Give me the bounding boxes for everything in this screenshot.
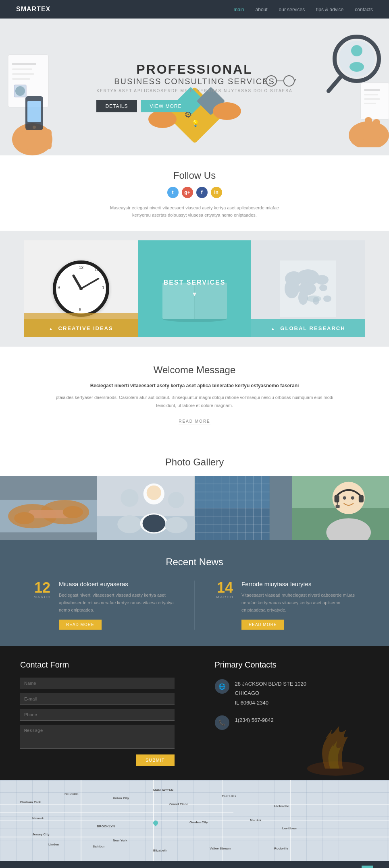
svg-point-40 (33, 126, 36, 129)
svg-point-73 (143, 515, 165, 532)
nav-about[interactable]: about (256, 7, 268, 12)
news-day-1: 12 (32, 581, 52, 595)
contact-name-input[interactable] (20, 678, 175, 689)
clock-center-dot (79, 287, 83, 290)
gallery-team[interactable] (97, 476, 194, 540)
gallery-handshake[interactable] (0, 476, 97, 540)
headset-image (292, 476, 389, 540)
svg-point-55 (323, 296, 331, 302)
map-road-v4 (290, 780, 291, 861)
svg-rect-101 (335, 505, 339, 508)
news-section: Recent News 12 MARCH Miuasa doloert euya… (0, 540, 389, 646)
svg-point-63 (63, 506, 83, 518)
svg-rect-3 (12, 73, 34, 75)
svg-point-13 (339, 41, 375, 77)
services-section: 12 1 6 9 11 ▲ CREATIVE IDEAS BEST (0, 231, 389, 347)
contact-section: Contact Form SUBMIT Primary Contacts 🌐 2… (0, 646, 389, 780)
map-label-3: Union City (113, 796, 129, 800)
social-icons: t g+ f in (8, 187, 381, 198)
svg-point-103 (351, 496, 354, 500)
details-button[interactable]: DETAILS (96, 100, 137, 112)
nav-tips[interactable]: tips & advice (316, 7, 343, 12)
follow-us-body: Maseaystr eciegast niverti vitaeesaert v… (102, 205, 287, 219)
global-research-panel[interactable]: ▲ GLOBAL RESEARCH (251, 240, 365, 337)
navbar: SMARTEX main about our services tips & a… (0, 0, 389, 19)
contact-phone: 1(234) 567-9842 (235, 715, 274, 725)
svg-point-66 (121, 489, 139, 507)
gallery-strip (0, 476, 389, 540)
clock-minute-hand (81, 277, 100, 289)
svg-rect-25 (373, 119, 380, 139)
news-month-2: MARCH (215, 595, 235, 599)
map-label-brooklyn: BROOKLYN (97, 825, 115, 828)
news-date-2: 14 MARCH (215, 581, 235, 630)
hero-left-deco (0, 43, 81, 155)
gallery-section: Photo Gallery (0, 442, 389, 540)
news-read-more-2[interactable]: READ MORE (241, 620, 284, 630)
welcome-section: Welcome Message Beciegast niverti vitaee… (0, 347, 389, 442)
news-read-more-1[interactable]: READ MORE (59, 620, 102, 630)
news-item-2: 14 MARCH Ferrode miuytasa leurytes Vitae… (215, 581, 357, 630)
news-divider (194, 581, 195, 630)
map-road-h3 (0, 837, 389, 837)
map-label-12: Sahibur (93, 845, 105, 848)
welcome-body: ptaiaides kertyaser daersraods. Casroler… (48, 394, 341, 410)
map-background[interactable]: Florham Park Belleville Union City MANHA… (0, 780, 389, 861)
brand-logo[interactable]: SMARTEX (16, 6, 50, 13)
book-illustration (158, 275, 231, 323)
svg-rect-23 (357, 123, 364, 141)
nav-main[interactable]: main (234, 7, 244, 12)
contact-form-area: Contact Form SUBMIT (0, 646, 195, 780)
contact-email-input[interactable] (20, 693, 175, 705)
follow-us-section: Follow Us t g+ f in Maseaystr eciegast n… (0, 155, 389, 231)
nav-contacts[interactable]: contacts (355, 7, 373, 12)
follow-us-heading: Follow Us (8, 170, 381, 181)
map-label-9: Merrick (250, 818, 261, 822)
footer: SMARTEX © 2015 PRIVACY POLICY main about… (0, 861, 389, 868)
map-label-elizabeth: Elizabeth (153, 849, 167, 852)
contact-message-input[interactable] (20, 725, 175, 749)
google-icon[interactable]: g+ (182, 187, 193, 198)
svg-point-31 (148, 110, 177, 128)
twitter-icon[interactable]: t (167, 187, 179, 198)
svg-rect-2 (12, 68, 32, 70)
svg-point-15 (351, 45, 362, 56)
view-more-button[interactable]: VIEW MORE (141, 100, 191, 112)
svg-line-14 (329, 77, 341, 91)
gallery-building[interactable] (195, 476, 292, 540)
back-to-top-button[interactable]: ▲ (362, 866, 373, 868)
map-label-new-york: New York (113, 839, 127, 842)
svg-rect-39 (27, 101, 41, 122)
team-image (97, 476, 194, 540)
welcome-read-more[interactable]: READ MORE (179, 419, 210, 424)
svg-point-48 (285, 279, 299, 298)
linkedin-icon[interactable]: in (211, 187, 222, 198)
news-grid: 12 MARCH Miuasa doloert euyaseras Becieg… (32, 581, 357, 630)
gallery-heading: Photo Gallery (0, 457, 389, 468)
contact-fire-deco (282, 700, 389, 780)
news-month-1: MARCH (32, 595, 52, 599)
svg-rect-43 (162, 283, 195, 319)
svg-rect-24 (365, 117, 372, 139)
best-services-panel[interactable]: BEST SERVICES ▾ (138, 240, 252, 337)
clock-face: 12 1 6 9 11 (56, 264, 106, 314)
map-label-rockville: Rockville (274, 847, 288, 850)
svg-rect-4 (12, 78, 30, 80)
facebook-icon[interactable]: f (196, 187, 208, 198)
nav-services[interactable]: our services (279, 7, 305, 12)
svg-text:💡: 💡 (191, 120, 200, 127)
gallery-headset[interactable] (292, 476, 389, 540)
creative-ideas-panel[interactable]: 12 1 6 9 11 ▲ CREATIVE IDEAS (24, 240, 138, 337)
svg-rect-61 (28, 510, 69, 518)
hero-title: PROFESSIONAL (96, 62, 292, 77)
svg-point-7 (12, 123, 52, 155)
svg-rect-21 (364, 103, 376, 104)
submit-button[interactable]: SUBMIT (136, 754, 175, 766)
svg-rect-10 (37, 127, 44, 149)
hero-section: ⚙ 💡 PROFESSIONAL BUSINESS CONSULTING SER… (0, 19, 389, 155)
svg-point-52 (319, 285, 327, 291)
contact-phone-input[interactable] (20, 709, 175, 721)
welcome-lead: Beciegast niverti vitaeesaert asety kert… (48, 382, 341, 390)
svg-rect-20 (364, 98, 380, 100)
svg-point-53 (298, 290, 308, 305)
